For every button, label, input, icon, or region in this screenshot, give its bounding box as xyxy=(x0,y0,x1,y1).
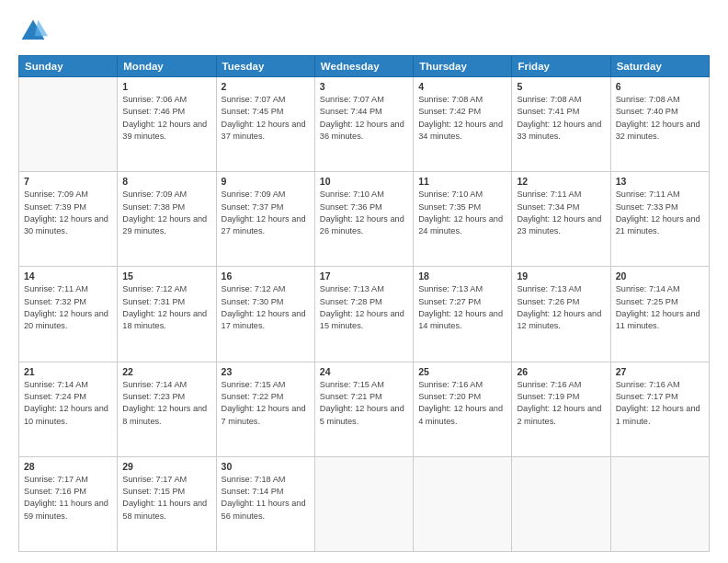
day-info: Sunrise: 7:14 AMSunset: 7:24 PMDaylight:… xyxy=(24,379,112,428)
day-number: 19 xyxy=(517,270,605,282)
day-number: 16 xyxy=(222,270,310,282)
day-number: 30 xyxy=(222,461,310,472)
day-number: 1 xyxy=(122,81,210,92)
day-info: Sunrise: 7:17 AMSunset: 7:15 PMDaylight:… xyxy=(122,474,210,523)
day-of-week-header: Friday xyxy=(512,56,610,77)
day-number: 15 xyxy=(122,270,210,282)
day-number: 4 xyxy=(418,81,506,92)
logo xyxy=(18,17,51,46)
day-info: Sunrise: 7:16 AMSunset: 7:20 PMDaylight:… xyxy=(418,379,506,428)
day-info: Sunrise: 7:15 AMSunset: 7:22 PMDaylight:… xyxy=(222,379,310,428)
day-info: Sunrise: 7:07 AMSunset: 7:44 PMDaylight:… xyxy=(320,94,408,143)
calendar-week-row: 28Sunrise: 7:17 AMSunset: 7:16 PMDayligh… xyxy=(19,456,710,551)
calendar-week-row: 21Sunrise: 7:14 AMSunset: 7:24 PMDayligh… xyxy=(19,362,710,456)
day-of-week-header: Wednesday xyxy=(314,56,413,77)
day-info: Sunrise: 7:14 AMSunset: 7:23 PMDaylight:… xyxy=(122,379,210,428)
day-of-week-header: Sunday xyxy=(19,56,118,77)
day-info: Sunrise: 7:06 AMSunset: 7:46 PMDaylight:… xyxy=(122,94,210,143)
day-number: 9 xyxy=(222,176,310,187)
calendar-cell: 19Sunrise: 7:13 AMSunset: 7:26 PMDayligh… xyxy=(512,267,610,362)
day-number: 11 xyxy=(418,176,506,187)
day-info: Sunrise: 7:11 AMSunset: 7:33 PMDaylight:… xyxy=(616,189,704,237)
calendar-cell: 15Sunrise: 7:12 AMSunset: 7:31 PMDayligh… xyxy=(118,267,216,362)
day-number: 22 xyxy=(122,366,210,377)
day-number: 10 xyxy=(320,176,408,187)
calendar-cell xyxy=(610,456,709,551)
logo-icon xyxy=(18,17,48,46)
day-info: Sunrise: 7:12 AMSunset: 7:30 PMDaylight:… xyxy=(222,283,310,332)
day-number: 28 xyxy=(24,461,112,472)
day-info: Sunrise: 7:16 AMSunset: 7:19 PMDaylight:… xyxy=(517,379,605,428)
calendar-cell: 17Sunrise: 7:13 AMSunset: 7:28 PMDayligh… xyxy=(314,267,413,362)
day-number: 23 xyxy=(222,366,310,377)
calendar-cell: 7Sunrise: 7:09 AMSunset: 7:39 PMDaylight… xyxy=(19,172,118,267)
day-number: 13 xyxy=(616,176,704,187)
calendar-cell: 9Sunrise: 7:09 AMSunset: 7:37 PMDaylight… xyxy=(216,172,314,267)
calendar-cell: 1Sunrise: 7:06 AMSunset: 7:46 PMDaylight… xyxy=(118,77,216,172)
day-number: 21 xyxy=(24,366,112,377)
day-info: Sunrise: 7:08 AMSunset: 7:42 PMDaylight:… xyxy=(418,94,506,143)
calendar-cell: 11Sunrise: 7:10 AMSunset: 7:35 PMDayligh… xyxy=(414,172,512,267)
day-number: 25 xyxy=(418,366,506,377)
day-number: 26 xyxy=(517,366,605,377)
svg-marker-1 xyxy=(35,20,48,37)
day-number: 20 xyxy=(616,270,704,282)
calendar-cell: 25Sunrise: 7:16 AMSunset: 7:20 PMDayligh… xyxy=(414,362,512,456)
calendar-table: SundayMondayTuesdayWednesdayThursdayFrid… xyxy=(18,55,710,552)
day-info: Sunrise: 7:09 AMSunset: 7:37 PMDaylight:… xyxy=(222,189,310,237)
day-info: Sunrise: 7:16 AMSunset: 7:17 PMDaylight:… xyxy=(616,379,704,428)
calendar-cell: 6Sunrise: 7:08 AMSunset: 7:40 PMDaylight… xyxy=(610,77,709,172)
day-number: 17 xyxy=(320,270,408,282)
day-number: 8 xyxy=(122,176,210,187)
day-number: 18 xyxy=(418,270,506,282)
day-info: Sunrise: 7:07 AMSunset: 7:45 PMDaylight:… xyxy=(222,94,310,143)
day-info: Sunrise: 7:14 AMSunset: 7:25 PMDaylight:… xyxy=(616,283,704,332)
day-info: Sunrise: 7:10 AMSunset: 7:35 PMDaylight:… xyxy=(418,189,506,237)
calendar-cell: 26Sunrise: 7:16 AMSunset: 7:19 PMDayligh… xyxy=(512,362,610,456)
day-info: Sunrise: 7:15 AMSunset: 7:21 PMDaylight:… xyxy=(320,379,408,428)
calendar-week-row: 1Sunrise: 7:06 AMSunset: 7:46 PMDaylight… xyxy=(19,77,710,172)
day-number: 14 xyxy=(24,270,112,282)
day-info: Sunrise: 7:13 AMSunset: 7:27 PMDaylight:… xyxy=(418,283,506,332)
calendar-cell xyxy=(512,456,610,551)
calendar-cell: 28Sunrise: 7:17 AMSunset: 7:16 PMDayligh… xyxy=(19,456,118,551)
day-info: Sunrise: 7:09 AMSunset: 7:38 PMDaylight:… xyxy=(122,189,210,237)
day-info: Sunrise: 7:11 AMSunset: 7:34 PMDaylight:… xyxy=(517,189,605,237)
day-info: Sunrise: 7:09 AMSunset: 7:39 PMDaylight:… xyxy=(24,189,112,237)
day-number: 5 xyxy=(517,81,605,92)
calendar-cell: 29Sunrise: 7:17 AMSunset: 7:15 PMDayligh… xyxy=(118,456,216,551)
day-number: 24 xyxy=(320,366,408,377)
day-number: 3 xyxy=(320,81,408,92)
day-of-week-header: Thursday xyxy=(414,56,512,77)
day-info: Sunrise: 7:17 AMSunset: 7:16 PMDaylight:… xyxy=(24,474,112,523)
day-info: Sunrise: 7:13 AMSunset: 7:28 PMDaylight:… xyxy=(320,283,408,332)
day-of-week-header: Monday xyxy=(118,56,216,77)
day-of-week-header: Tuesday xyxy=(216,56,314,77)
day-info: Sunrise: 7:11 AMSunset: 7:32 PMDaylight:… xyxy=(24,283,112,332)
calendar-cell: 12Sunrise: 7:11 AMSunset: 7:34 PMDayligh… xyxy=(512,172,610,267)
day-of-week-header: Saturday xyxy=(610,56,709,77)
day-info: Sunrise: 7:08 AMSunset: 7:41 PMDaylight:… xyxy=(517,94,605,143)
day-number: 29 xyxy=(122,461,210,472)
calendar-cell: 21Sunrise: 7:14 AMSunset: 7:24 PMDayligh… xyxy=(19,362,118,456)
calendar-week-row: 7Sunrise: 7:09 AMSunset: 7:39 PMDaylight… xyxy=(19,172,710,267)
calendar-cell: 24Sunrise: 7:15 AMSunset: 7:21 PMDayligh… xyxy=(314,362,413,456)
calendar-cell: 14Sunrise: 7:11 AMSunset: 7:32 PMDayligh… xyxy=(19,267,118,362)
calendar-cell xyxy=(314,456,413,551)
calendar-cell: 8Sunrise: 7:09 AMSunset: 7:38 PMDaylight… xyxy=(118,172,216,267)
calendar-header-row: SundayMondayTuesdayWednesdayThursdayFrid… xyxy=(19,56,710,77)
day-info: Sunrise: 7:13 AMSunset: 7:26 PMDaylight:… xyxy=(517,283,605,332)
day-number: 27 xyxy=(616,366,704,377)
calendar-cell: 13Sunrise: 7:11 AMSunset: 7:33 PMDayligh… xyxy=(610,172,709,267)
day-info: Sunrise: 7:18 AMSunset: 7:14 PMDaylight:… xyxy=(222,474,310,523)
day-info: Sunrise: 7:10 AMSunset: 7:36 PMDaylight:… xyxy=(320,189,408,237)
calendar-cell xyxy=(414,456,512,551)
calendar-cell: 20Sunrise: 7:14 AMSunset: 7:25 PMDayligh… xyxy=(610,267,709,362)
day-number: 12 xyxy=(517,176,605,187)
calendar-cell: 2Sunrise: 7:07 AMSunset: 7:45 PMDaylight… xyxy=(216,77,314,172)
page: SundayMondayTuesdayWednesdayThursdayFrid… xyxy=(0,0,728,563)
calendar-cell: 18Sunrise: 7:13 AMSunset: 7:27 PMDayligh… xyxy=(414,267,512,362)
calendar-cell: 10Sunrise: 7:10 AMSunset: 7:36 PMDayligh… xyxy=(314,172,413,267)
day-number: 2 xyxy=(222,81,310,92)
header xyxy=(18,17,710,46)
